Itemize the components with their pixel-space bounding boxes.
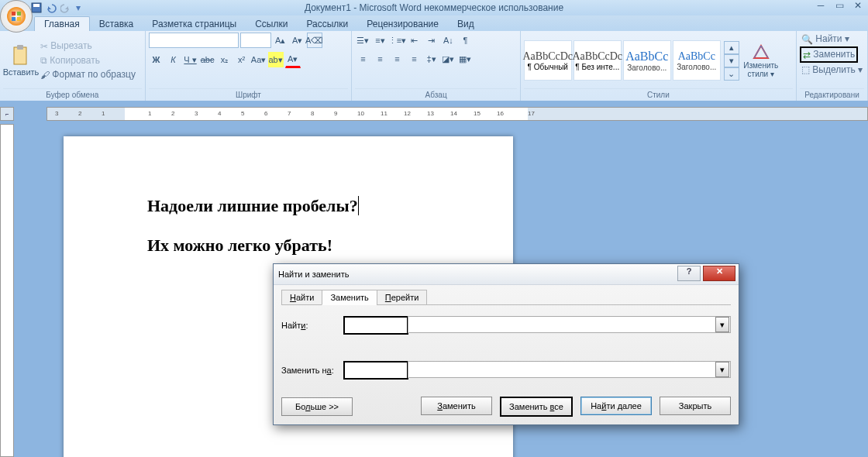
binoculars-icon: 🔍 [801,34,813,45]
style-normal[interactable]: AaBbCcDc¶ Обычный [524,40,572,81]
subscript-button[interactable]: x₂ [217,52,232,67]
svg-rect-7 [14,47,26,64]
format-painter-button[interactable]: 🖌 Формат по образцу [39,68,137,81]
replace-label: Заменить на: [281,366,343,375]
more-button[interactable]: Больше >> [281,397,353,416]
justify-button[interactable]: ≡ [406,51,422,67]
sort-button[interactable]: A↓ [440,33,456,48]
align-center-button[interactable]: ≡ [372,51,388,67]
italic-button[interactable]: К [166,52,181,67]
align-right-button[interactable]: ≡ [389,51,405,67]
tab-view[interactable]: Вид [448,17,484,31]
dialog-tab-goto[interactable]: Перейти [377,290,428,305]
dialog-tab-find[interactable]: Найти [281,290,322,305]
group-styles-label: Стили [524,88,793,101]
scissors-icon: ✂ [40,41,48,52]
select-button[interactable]: ⬚ Выделить ▾ [800,64,864,77]
find-input-rest[interactable]: ▾ [408,316,731,333]
group-font-label: Шрифт [149,88,349,101]
qat-redo-icon[interactable] [60,2,73,13]
tab-refs[interactable]: Ссылки [246,17,297,31]
shading-button[interactable]: ◪▾ [440,51,456,67]
find-button[interactable]: 🔍 Найти ▾ [800,33,851,46]
line-spacing-button[interactable]: ‡▾ [423,51,439,67]
qat-save-icon[interactable] [31,2,42,13]
svg-rect-2 [17,12,21,15]
replace-input[interactable] [343,361,408,380]
dialog-close-button[interactable]: ✕ [703,266,735,281]
styles-more[interactable]: ⌄ [724,67,739,81]
shrink-font-icon[interactable]: A▾ [290,33,305,48]
paste-label: Вставить [3,67,40,77]
replace-all-button[interactable]: Заменить все [500,397,573,417]
grow-font-icon[interactable]: A▴ [273,33,288,48]
find-input[interactable] [343,316,408,335]
paste-button[interactable]: Вставить [3,44,39,77]
style-heading2[interactable]: AaBbCcЗаголово... [673,40,721,81]
replace-one-button[interactable]: Заменить [421,397,492,415]
find-next-button[interactable]: Найти далее [580,397,652,415]
borders-button[interactable]: ▦▾ [457,51,473,67]
office-button[interactable] [0,0,33,33]
tab-mail[interactable]: Рассылки [297,17,357,31]
svg-rect-3 [12,17,16,21]
replace-input-rest[interactable]: ▾ [408,361,731,378]
strike-button[interactable]: abc [200,52,215,67]
replace-icon: ⇄ [803,50,811,60]
show-marks-button[interactable]: ¶ [457,33,473,48]
indent-dec-button[interactable]: ⇤ [406,33,422,48]
dialog-title-bar[interactable]: Найти и заменить ? ✕ [274,264,739,285]
styles-row-up[interactable]: ▴ [724,41,739,54]
bold-button[interactable]: Ж [149,52,164,67]
superscript-button[interactable]: x² [234,52,250,67]
title-bar: ▾ Документ1 - Microsoft Word некоммерчес… [0,0,868,15]
replace-button[interactable]: ⇄ Заменить [800,46,858,63]
copy-button[interactable]: ⧉ Копировать [39,54,137,67]
font-size-combo[interactable] [240,33,271,48]
find-dropdown-icon[interactable]: ▾ [715,317,729,332]
clear-format-icon[interactable]: A⌫ [307,33,322,48]
close-dialog-button[interactable]: Закрыть [660,397,731,415]
font-color-button[interactable]: A▾ [285,51,301,68]
highlight-button[interactable]: ab▾ [268,52,284,67]
vertical-ruler[interactable] [0,124,14,457]
underline-button[interactable]: Ч ▾ [183,52,198,67]
minimize-button[interactable]: ─ [814,0,828,11]
style-heading1[interactable]: AaBbCcЗаголово... [623,40,671,81]
change-styles-button[interactable]: Изменить стили ▾ [739,43,783,78]
tab-insert[interactable]: Вставка [90,17,143,31]
numbering-button[interactable]: ≡▾ [372,33,388,48]
dialog-help-button[interactable]: ? [677,266,701,281]
qat-undo-icon[interactable] [45,2,57,13]
brush-icon: 🖌 [40,70,50,81]
tab-home[interactable]: Главная [34,16,90,31]
group-clipboard-label: Буфер обмена [3,88,142,101]
replace-dropdown-icon[interactable]: ▾ [715,362,729,377]
maximize-button[interactable]: ▭ [832,0,846,11]
dialog-tabs: Найти Заменить Перейти [281,290,731,305]
close-button[interactable]: ✕ [851,0,865,11]
doc-line2: Их можно легко убрать! [147,235,363,257]
tab-review[interactable]: Рецензирование [357,17,448,31]
bullets-button[interactable]: ☰▾ [355,33,370,48]
svg-rect-8 [17,45,23,50]
copy-icon: ⧉ [40,55,47,66]
dialog-title: Найти и заменить [278,270,349,279]
ruler-corner[interactable]: ⌐ [0,107,14,121]
case-button[interactable]: Aa▾ [251,52,267,67]
align-left-button[interactable]: ≡ [355,51,370,67]
dialog-tab-replace[interactable]: Заменить [322,290,377,305]
group-editing-label: Редактировани [800,88,864,101]
qat-dropdown-icon[interactable]: ▾ [76,2,81,13]
font-family-combo[interactable] [149,33,239,48]
ribbon-tabs: Главная Вставка Разметка страницы Ссылки… [0,15,868,31]
window-title: Документ1 - Microsoft Word некоммерческо… [305,2,563,13]
horizontal-ruler[interactable]: 321 1234567891011121314151617 [46,107,868,121]
indent-inc-button[interactable]: ⇥ [423,33,439,48]
styles-row-down[interactable]: ▾ [724,54,739,67]
cursor-icon: ⬚ [801,64,810,75]
cut-button[interactable]: ✂ Вырезать [39,40,137,53]
multilevel-button[interactable]: ⋮≡▾ [389,33,405,48]
style-nospacing[interactable]: AaBbCcDc¶ Без инте... [574,40,622,81]
tab-layout[interactable]: Разметка страницы [143,17,246,31]
